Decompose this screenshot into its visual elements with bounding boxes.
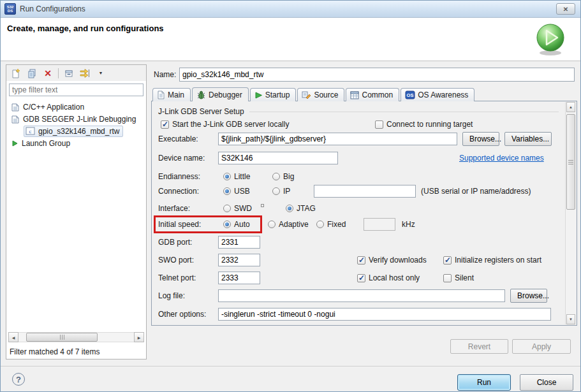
toolbar-menu-arrow-icon[interactable]: ▼ xyxy=(95,68,107,79)
other-options-label: Other options: xyxy=(158,310,218,319)
tree-item-label: C/C++ Application xyxy=(23,103,84,112)
device-name-input[interactable] xyxy=(218,152,338,164)
supported-device-names-link[interactable]: Supported device names xyxy=(459,154,544,163)
new-configuration-icon[interactable] xyxy=(10,68,22,79)
endianness-little-radio[interactable]: Little xyxy=(223,172,272,181)
scroll-left-arrow[interactable]: ◀ xyxy=(8,332,18,342)
gdb-port-input[interactable] xyxy=(218,236,260,249)
footer-separator xyxy=(1,366,580,367)
hscroll-thumb[interactable] xyxy=(26,333,98,342)
endianness-label: Endianness: xyxy=(158,172,218,181)
tab-debugger[interactable]: Debugger xyxy=(192,87,249,101)
swd-marker-square xyxy=(261,204,264,207)
telnet-port-label: Telnet port: xyxy=(158,273,218,282)
tree-item-label: gpio_s32k146_mbd_rtw xyxy=(38,127,119,136)
init-registers-checkbox[interactable]: Initialize registers on start xyxy=(443,256,541,265)
executable-browse-button[interactable]: Browse... xyxy=(462,132,499,146)
radio-selected-icon xyxy=(223,187,231,195)
tree-item-launch-group[interactable]: Launch Group xyxy=(6,137,146,149)
svg-text:c: c xyxy=(29,128,32,134)
radio-icon xyxy=(268,221,276,228)
speed-fixed-radio[interactable]: Fixed xyxy=(316,220,364,229)
verify-downloads-checkbox[interactable]: Verify downloads xyxy=(357,256,427,265)
executable-input[interactable] xyxy=(218,133,457,145)
run-sphere-icon xyxy=(534,23,566,56)
start-gdb-locally-checkbox[interactable]: Start the J-Link GDB server locally xyxy=(158,120,289,129)
launch-config-icon xyxy=(11,115,20,124)
checkbox-checked-icon xyxy=(357,274,365,282)
checkbox-checked-icon xyxy=(443,256,452,265)
vscroll-thumb[interactable] xyxy=(566,114,575,210)
tree-item-cpp-application[interactable]: C/C++ Application xyxy=(6,101,146,113)
scroll-up-arrow[interactable]: ▲ xyxy=(566,102,575,112)
log-file-browse-button[interactable]: Browse... xyxy=(510,289,547,303)
swo-port-input[interactable] xyxy=(218,254,260,266)
connection-label: Connection: xyxy=(158,187,218,196)
tree-horizontal-scrollbar: ◀ ▶ xyxy=(8,332,144,342)
startup-play-icon xyxy=(254,91,263,99)
silent-checkbox[interactable]: Silent xyxy=(443,273,474,282)
hscroll-track xyxy=(18,332,134,342)
help-icon: ? xyxy=(16,375,21,384)
selected-tree-item: c gpio_s32k146_mbd_rtw xyxy=(24,126,123,137)
radio-selected-icon xyxy=(223,221,231,228)
tab-main[interactable]: Main xyxy=(152,88,191,101)
tree-item-gpio-s32k146[interactable]: c gpio_s32k146_mbd_rtw xyxy=(6,125,146,137)
local-host-only-checkbox[interactable]: Local host only xyxy=(357,273,420,282)
run-button[interactable]: Run xyxy=(457,374,511,391)
radio-icon xyxy=(223,205,231,212)
tree-item-gdb-segger-jlink[interactable]: GDB SEGGER J-Link Debugging xyxy=(6,113,146,125)
tab-common[interactable]: Common xyxy=(346,88,399,101)
tab-os-awareness[interactable]: OS OS Awareness xyxy=(401,88,474,101)
khz-unit-label: kHz xyxy=(402,220,415,229)
tab-startup[interactable]: Startup xyxy=(250,88,297,101)
variables-button[interactable]: Variables... xyxy=(504,132,552,146)
content-vertical-scrollbar: ▲ ▼ xyxy=(565,102,576,324)
collapse-all-icon[interactable] xyxy=(63,68,75,79)
radio-icon xyxy=(272,187,280,195)
name-input[interactable] xyxy=(179,68,575,82)
apply-button: Apply xyxy=(512,339,571,354)
filter-input[interactable] xyxy=(9,83,143,96)
tab-source[interactable]: Source xyxy=(297,88,344,101)
endianness-big-radio[interactable]: Big xyxy=(272,172,294,181)
os-awareness-icon: OS xyxy=(405,91,415,99)
log-file-label: Log file: xyxy=(158,291,218,300)
filter-status-text: Filter matched 4 of 7 items xyxy=(10,347,99,356)
group-divider xyxy=(249,112,559,112)
interface-swd-radio[interactable]: SWD xyxy=(223,204,252,213)
svg-text:OS: OS xyxy=(407,92,414,98)
config-tree-panel: ✕ ▼ C/C++ Application GDB SEGGER J-Link … xyxy=(6,64,147,359)
other-options-input[interactable] xyxy=(218,308,551,321)
main-tab-icon xyxy=(157,91,165,99)
radio-selected-icon xyxy=(286,205,293,212)
interface-jtag-radio[interactable]: JTAG xyxy=(286,204,316,213)
connect-running-target-checkbox[interactable]: Connect to running target xyxy=(375,120,473,129)
window-title: Run Configurations xyxy=(20,4,85,13)
close-icon: ✕ xyxy=(563,6,568,13)
scroll-down-arrow[interactable]: ▼ xyxy=(566,314,575,324)
connection-usb-radio[interactable]: USB xyxy=(223,187,272,196)
big-run-button[interactable] xyxy=(534,23,566,56)
close-button[interactable]: Close xyxy=(520,374,573,391)
tree-item-label: GDB SEGGER J-Link Debugging xyxy=(23,115,136,124)
speed-auto-radio[interactable]: Auto xyxy=(223,220,268,229)
checkbox-unchecked-icon xyxy=(375,120,383,129)
log-file-input[interactable] xyxy=(218,289,505,302)
delete-configuration-icon[interactable]: ✕ xyxy=(42,68,54,79)
duplicate-configuration-icon[interactable] xyxy=(26,68,38,79)
window-close-button[interactable]: ✕ xyxy=(556,3,575,15)
launch-config-icon xyxy=(11,103,20,112)
telnet-port-input[interactable] xyxy=(218,272,260,284)
config-tabs: Main Debugger Startup Source Common OS O… xyxy=(152,87,474,101)
connection-ip-radio[interactable]: IP xyxy=(272,187,314,196)
help-button[interactable]: ? xyxy=(12,373,25,386)
speed-adaptive-radio[interactable]: Adaptive xyxy=(268,220,316,229)
checkbox-unchecked-icon xyxy=(443,274,452,282)
group-header: J-Link GDB Server Setup xyxy=(158,105,559,119)
titlebar: S32 DS Run Configurations ✕ xyxy=(1,1,580,18)
filter-configurations-icon[interactable] xyxy=(79,68,91,79)
scroll-right-arrow[interactable]: ▶ xyxy=(134,332,144,342)
connection-address-input[interactable] xyxy=(314,185,416,198)
interface-label: Interface: xyxy=(158,204,218,213)
